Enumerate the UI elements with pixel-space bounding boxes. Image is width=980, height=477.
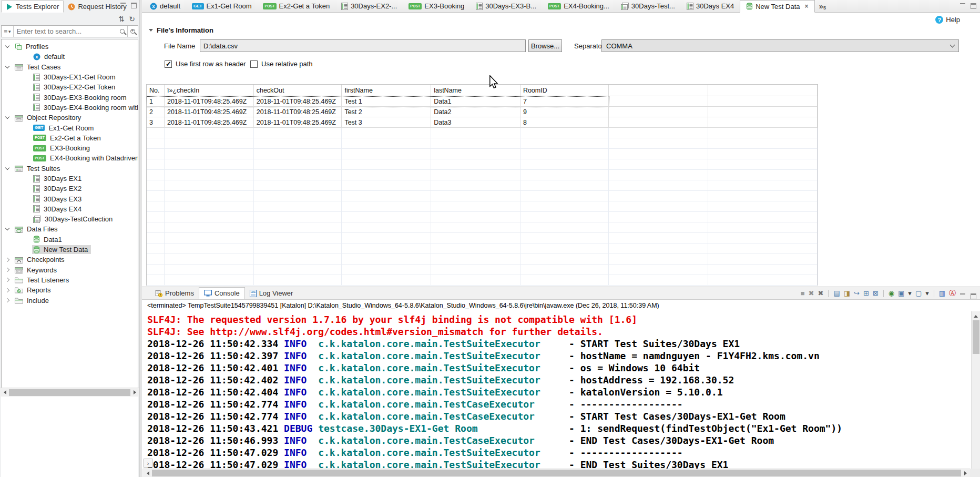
word-wrap-icon[interactable]: ↪ bbox=[854, 290, 860, 297]
filter-icon[interactable]: ≡ bbox=[4, 28, 7, 35]
cell[interactable]: 8 bbox=[520, 117, 609, 128]
tab-problems[interactable]: Problems bbox=[150, 287, 199, 299]
editor-tab-30days-ex2[interactable]: 30Days-EX2-... bbox=[335, 0, 403, 12]
editor-tab-30days-test[interactable]: 30Days-Test... bbox=[615, 0, 681, 12]
terminate-icon[interactable]: ■ bbox=[801, 290, 805, 297]
tab-tests-explorer[interactable]: Tests Explorer bbox=[1, 1, 64, 13]
cell[interactable]: Test 3 bbox=[342, 117, 431, 128]
tree-item-object-repository[interactable]: Object Repository bbox=[2, 113, 138, 123]
tree-item-test-cases[interactable]: Test Cases bbox=[2, 62, 138, 72]
scroll-right-icon[interactable] bbox=[131, 388, 139, 397]
refresh-search-icon[interactable]: ↻ bbox=[129, 15, 135, 23]
advanced-search-icon[interactable] bbox=[130, 29, 135, 34]
tab-log-viewer[interactable]: LOG Log Viewer bbox=[245, 287, 298, 299]
cell[interactable]: 2018-11-01T09:48:25.469Z bbox=[254, 96, 342, 107]
tree-item-reports[interactable]: Reports bbox=[2, 285, 138, 295]
left-panel-hscrollbar[interactable] bbox=[0, 388, 139, 397]
cell[interactable]: Test 1 bbox=[342, 96, 431, 107]
panel-maximize-icon[interactable] bbox=[131, 3, 137, 8]
console-minimize-icon[interactable] bbox=[960, 293, 966, 299]
tree-item-30days-ex2-get-token[interactable]: 30Days-EX2-Get Token bbox=[2, 82, 138, 92]
scrollbar-thumb[interactable] bbox=[9, 389, 130, 396]
remove-launch-icon[interactable]: ✖ bbox=[809, 290, 814, 297]
help-button[interactable]: ? Help bbox=[935, 16, 960, 24]
console-log[interactable]: SLF4J: The requested version 1.7.16 by y… bbox=[142, 311, 971, 469]
cell[interactable]: 3 bbox=[147, 117, 165, 128]
editor-tab-new-test-data[interactable]: New Test Data× bbox=[740, 0, 814, 13]
scroll-left-icon[interactable] bbox=[0, 388, 8, 397]
tree-item-new-test-data[interactable]: New Test Data bbox=[2, 245, 138, 255]
tree-item-test-listeners[interactable]: Test Listeners bbox=[2, 275, 138, 285]
chevron-down-icon[interactable] bbox=[5, 44, 9, 48]
cell[interactable]: Data2 bbox=[431, 107, 520, 117]
chevron-right-icon[interactable] bbox=[5, 288, 9, 292]
scroll-left-icon[interactable] bbox=[143, 469, 151, 477]
editor-minimize-icon[interactable] bbox=[960, 3, 966, 9]
scroll-lock-icon[interactable]: ◨ bbox=[844, 290, 850, 297]
text-detail-icon[interactable]: ▥ bbox=[939, 290, 945, 297]
scrollbar-thumb[interactable] bbox=[152, 470, 961, 476]
autoscroll-icon[interactable]: Ⓐ bbox=[949, 290, 956, 297]
chevron-right-icon[interactable] bbox=[5, 298, 9, 302]
sash-restore-button[interactable]: › bbox=[144, 459, 152, 468]
pin-console-icon[interactable]: ◉ bbox=[889, 290, 894, 297]
tree-item-test-suites[interactable]: Test Suites bbox=[2, 164, 138, 174]
tree-item-30days-ex3[interactable]: 30Days EX3 bbox=[2, 194, 138, 204]
console-hscrollbar[interactable] bbox=[143, 469, 970, 477]
panel-minimize-icon[interactable] bbox=[120, 3, 126, 8]
close-icon[interactable]: × bbox=[805, 3, 809, 10]
tab-console[interactable]: Console bbox=[199, 287, 245, 299]
chevron-down-icon[interactable] bbox=[5, 226, 9, 230]
tree-item-data1[interactable]: Data1 bbox=[2, 235, 138, 245]
chevron-right-icon[interactable] bbox=[5, 268, 9, 272]
collapse-all-icon[interactable]: ⇅ bbox=[119, 15, 125, 23]
tab-overflow-indicator[interactable]: » 5 bbox=[819, 0, 826, 12]
cell[interactable]: 2018-11-01T09:48:25.469Z bbox=[165, 107, 254, 117]
cell[interactable]: 1 bbox=[147, 96, 165, 107]
search-icon[interactable] bbox=[120, 29, 125, 34]
tree-item-data-files[interactable]: Data Files bbox=[2, 224, 138, 234]
console-maximize-icon[interactable] bbox=[971, 293, 976, 299]
tree-item-30days-ex4[interactable]: 30Days EX4 bbox=[2, 204, 138, 214]
cell[interactable] bbox=[708, 107, 818, 117]
tree-item-include[interactable]: Include bbox=[2, 295, 138, 305]
use-relative-path-checkbox[interactable] bbox=[250, 60, 258, 68]
editor-tab-default[interactable]: xdefault bbox=[144, 0, 186, 12]
editor-maximize-icon[interactable] bbox=[971, 3, 976, 9]
chevron-down-icon[interactable] bbox=[5, 115, 9, 119]
editor-tab-ex3-booking[interactable]: POSTEX3-Booking bbox=[403, 0, 470, 12]
cell[interactable]: 2018-11-01T09:48:25.469Z bbox=[165, 117, 254, 128]
section-collapse-icon[interactable] bbox=[149, 29, 153, 34]
editor-tab-ex2-get-a-token[interactable]: POSTEx2-Get a Token bbox=[257, 0, 335, 12]
chevron-right-icon[interactable] bbox=[5, 278, 9, 282]
tree-item-30days-ex2[interactable]: 30Days EX2 bbox=[2, 184, 138, 194]
tests-tree[interactable]: ProfilesxdefaultTest Cases30Days-EX1-Get… bbox=[1, 39, 138, 397]
cell[interactable] bbox=[609, 96, 709, 107]
tree-item-profiles[interactable]: Profiles bbox=[2, 42, 138, 52]
cell[interactable]: Data1 bbox=[431, 96, 520, 107]
cell[interactable]: 2018-11-01T09:48:25.469Z bbox=[254, 117, 342, 128]
tree-item-checkpoints[interactable]: Checkpoints bbox=[2, 255, 138, 265]
chevron-right-icon[interactable] bbox=[5, 258, 9, 262]
tree-item-30days-ex3-booking-room[interactable]: 30Days-EX3-Booking room bbox=[2, 92, 138, 102]
cell[interactable]: 2018-11-01T09:48:25.469Z bbox=[254, 107, 342, 117]
editor-tab-ex1-get-room[interactable]: GETEx1-Get Room bbox=[186, 0, 257, 12]
tree-item-ex1-get-room[interactable]: GETEx1-Get Room bbox=[2, 123, 138, 133]
tree-item-30days-ex1-get-room[interactable]: 30Days-EX1-Get Room bbox=[2, 72, 138, 82]
scrollbar-thumb[interactable] bbox=[973, 320, 979, 354]
file-name-input[interactable]: D:\data.csv bbox=[200, 39, 526, 52]
cell[interactable] bbox=[609, 117, 709, 128]
cell[interactable]: 7 bbox=[520, 96, 609, 107]
tree-item-keywords[interactable]: Keywords bbox=[2, 265, 138, 275]
tree-item-30days-ex4-booking-room-with-dv[interactable]: 30Days-EX4-Booking room with DV bbox=[2, 103, 138, 113]
cell[interactable]: Data3 bbox=[431, 117, 520, 128]
table-row-2[interactable]: 22018-11-01T09:48:25.469Z2018-11-01T09:4… bbox=[147, 107, 818, 117]
tree-item-30days-ex1[interactable]: 30Days EX1 bbox=[2, 174, 138, 184]
table-row-3[interactable]: 32018-11-01T09:48:25.469Z2018-11-01T09:4… bbox=[147, 117, 818, 128]
show-stdout-icon[interactable]: ⊞ bbox=[863, 290, 869, 297]
browse-button[interactable]: Browse... bbox=[528, 39, 562, 52]
table-row-1[interactable]: 12018-11-01T09:48:25.469Z2018-11-01T09:4… bbox=[147, 96, 818, 107]
tree-item-ex2-get-a-token[interactable]: POSTEx2-Get a Token bbox=[2, 133, 138, 143]
tree-item-ex3-booking[interactable]: POSTEX3-Booking bbox=[2, 143, 138, 153]
caret-icon[interactable]: ▾ bbox=[908, 290, 912, 297]
